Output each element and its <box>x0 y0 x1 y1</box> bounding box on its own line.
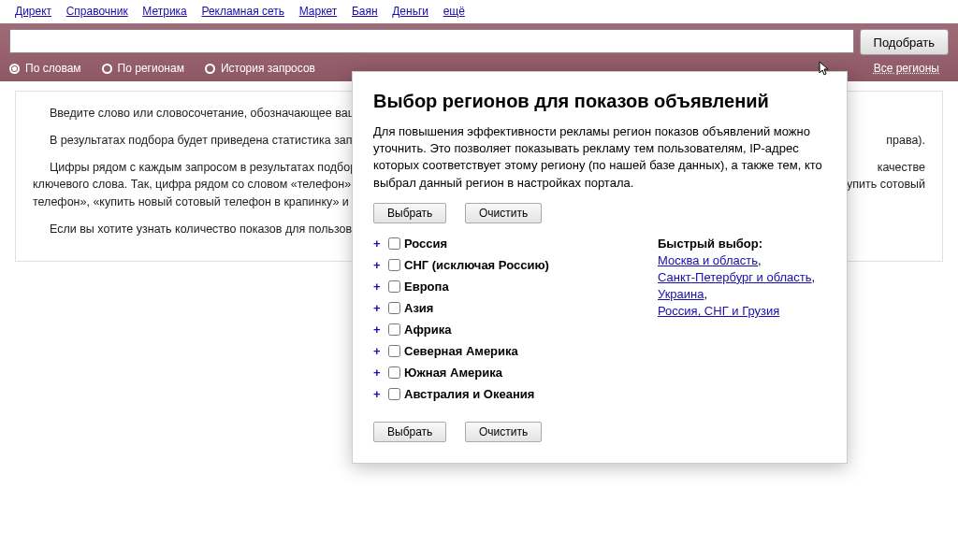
region-label: Южная Америка <box>404 366 502 380</box>
expand-icon[interactable]: + <box>373 258 388 272</box>
quick-link-spb[interactable]: Санкт-Петербург и область <box>658 270 812 284</box>
quick-link-moscow[interactable]: Москва и область <box>658 253 758 267</box>
top-link-more[interactable]: ещё <box>443 5 465 18</box>
region-checkbox[interactable] <box>388 259 400 271</box>
region-label: Европа <box>404 280 449 294</box>
region-item: +Россия <box>373 237 630 251</box>
tab-label: История запросов <box>221 62 315 75</box>
region-label: СНГ (исключая Россию) <box>404 258 549 272</box>
tab-by-words[interactable]: По словам <box>9 62 81 75</box>
region-checkbox[interactable] <box>388 323 400 336</box>
region-label: Африка <box>404 323 451 337</box>
quick-link-russia-cis[interactable]: Россия, СНГ и Грузия <box>658 304 779 318</box>
top-links-bar: Директ Справочник Метрика Рекламная сеть… <box>0 0 958 23</box>
top-link-spravochnik[interactable]: Справочник <box>66 5 128 18</box>
help-p2: В результатах подбора будет приведена ст… <box>50 134 378 147</box>
expand-icon[interactable]: + <box>373 280 388 294</box>
tab-history[interactable]: История запросов <box>205 62 315 75</box>
region-item: +Европа <box>373 280 630 294</box>
expand-icon[interactable]: + <box>373 366 388 380</box>
region-item: +Австралия и Океания <box>373 387 630 401</box>
help-p3-tail2: упить сотовый <box>847 176 925 194</box>
select-button-bottom[interactable]: Выбрать <box>373 422 446 442</box>
expand-icon[interactable]: + <box>373 323 388 337</box>
tab-label: По словам <box>25 62 81 75</box>
modal-description: Для повышения эффективности рекламы реги… <box>373 123 826 192</box>
top-link-adnetwork[interactable]: Рекламная сеть <box>201 5 284 18</box>
help-p4: Если вы хотите узнать количество показов… <box>50 223 376 236</box>
region-modal: Выбор регионов для показов объявлений Дл… <box>352 71 848 464</box>
region-checkbox[interactable] <box>388 237 400 250</box>
help-p3b: ключевого слова. Так, цифра рядом со сло… <box>33 178 392 191</box>
region-item: +Африка <box>373 323 630 337</box>
radio-icon <box>102 64 112 74</box>
top-link-market[interactable]: Маркет <box>299 5 338 18</box>
clear-button[interactable]: Очистить <box>465 203 542 223</box>
top-link-bayan[interactable]: Баян <box>352 5 378 18</box>
region-checkbox[interactable] <box>388 388 400 400</box>
top-link-metrika[interactable]: Метрика <box>142 5 186 18</box>
expand-icon[interactable]: + <box>373 387 388 401</box>
radio-icon <box>9 64 20 74</box>
tab-label: По регионам <box>118 62 184 75</box>
radio-icon <box>205 64 215 74</box>
region-checkbox[interactable] <box>388 280 400 293</box>
quick-link-ukraine[interactable]: Украина <box>658 287 704 301</box>
select-button[interactable]: Выбрать <box>373 203 446 223</box>
modal-title: Выбор регионов для показов объявлений <box>373 91 826 112</box>
top-link-money[interactable]: Деньги <box>392 5 428 18</box>
clear-button-bottom[interactable]: Очистить <box>465 422 542 442</box>
top-link-direct[interactable]: Директ <box>15 5 51 18</box>
search-button[interactable]: Подобрать <box>860 29 949 55</box>
expand-icon[interactable]: + <box>373 344 388 358</box>
help-p1: Введите слово или словосочетание, обозна… <box>50 107 378 120</box>
help-p3: Цифры рядом с каждым запросом в результа… <box>50 161 379 174</box>
region-label: Азия <box>404 301 433 315</box>
help-p2-tail: права). <box>869 132 925 150</box>
tab-by-regions[interactable]: По регионам <box>102 62 184 75</box>
region-label: Россия <box>404 237 447 251</box>
region-checkbox[interactable] <box>388 302 400 314</box>
region-label: Северная Америка <box>404 344 518 358</box>
quick-title: Быстрый выбор: <box>658 237 826 251</box>
region-item: +Азия <box>373 301 630 315</box>
region-label: Австралия и Океания <box>404 387 534 401</box>
region-checkbox[interactable] <box>388 366 400 379</box>
region-item: +Северная Америка <box>373 344 630 358</box>
all-regions-link[interactable]: Все регионы <box>874 62 939 75</box>
help-p3-tail1: качестве <box>878 159 925 177</box>
region-checkbox[interactable] <box>388 345 400 357</box>
region-tree: +Россия+СНГ (исключая Россию)+Европа+Ази… <box>373 237 630 409</box>
quick-select: Быстрый выбор: Москва и область, Санкт-П… <box>658 237 826 409</box>
expand-icon[interactable]: + <box>373 301 388 315</box>
region-item: +СНГ (исключая Россию) <box>373 258 630 272</box>
expand-icon[interactable]: + <box>373 237 388 251</box>
help-p3c: телефон», «купить новый сотовый телефон … <box>33 195 369 208</box>
search-input[interactable] <box>9 29 854 53</box>
region-item: +Южная Америка <box>373 366 630 380</box>
